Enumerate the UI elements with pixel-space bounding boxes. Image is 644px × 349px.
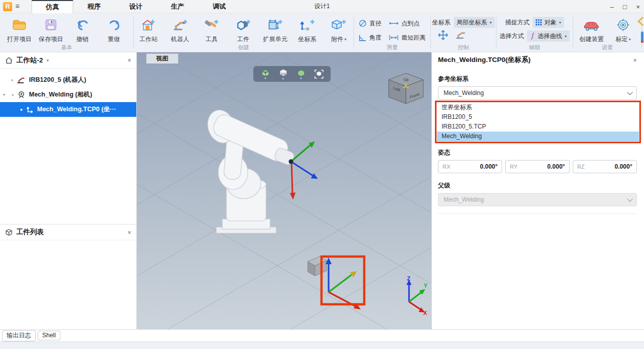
save-project-button[interactable]: 保存项目 <box>35 14 67 44</box>
measure-angle-button[interactable]: 角度 <box>359 31 382 44</box>
render-mode-shaded-button[interactable]: ▾ <box>294 67 309 81</box>
world-frame-gizmo[interactable] <box>326 258 361 309</box>
coord-system-label: 坐标系 <box>432 18 451 27</box>
render-mode-wireframe-button[interactable]: ▾ <box>258 67 273 81</box>
option-irb1200-5[interactable]: IRB1200_5 <box>437 112 639 122</box>
zoom-fit-button[interactable] <box>311 67 327 81</box>
tab-design[interactable]: 设计 <box>115 0 157 13</box>
calibrate-button[interactable]: 标定▾ <box>607 14 639 44</box>
chevron-down-icon[interactable]: ▾ <box>47 58 49 63</box>
menu-tabs: 仿真 程序 设计 生产 调试 <box>32 0 240 13</box>
create-workpiece-button[interactable]: 工件 <box>227 14 259 44</box>
create-device-button[interactable]: 创建装置 <box>576 14 607 44</box>
chevron-down-icon[interactable]: ▾ <box>629 37 631 42</box>
rx-field[interactable]: RX 0.000° <box>438 160 502 173</box>
parent-dropdown[interactable]: Mech_Welding <box>438 193 637 206</box>
create-tool-button[interactable]: 工具 <box>196 14 227 44</box>
tab-production[interactable]: 生产 <box>157 0 198 13</box>
minimize-button[interactable]: – <box>610 3 613 11</box>
nav-axes-triad: Z Y X <box>395 275 427 315</box>
partial-blue-tool-icon <box>640 30 644 44</box>
snap-mode-dropdown[interactable]: 对象 ▾ <box>533 17 564 28</box>
app-logo[interactable]: R <box>3 2 12 11</box>
frame-node-icon <box>26 106 34 113</box>
diameter-icon <box>359 19 367 27</box>
camera-object[interactable] <box>308 257 327 276</box>
create-robot-button[interactable]: 机器人 <box>164 14 196 44</box>
shell-tab[interactable]: Shell <box>38 331 61 340</box>
create-attachment-button[interactable]: 附件▾ <box>323 14 355 44</box>
station-close-button[interactable]: × <box>127 56 131 64</box>
option-mech-welding[interactable]: Mech_Welding <box>437 132 639 141</box>
parent-label: 父级 <box>438 181 637 190</box>
calibrate-label: 标定 <box>616 35 628 44</box>
chevron-down-icon: ▾ <box>490 20 492 25</box>
hexagon-workpiece-icon <box>235 16 252 34</box>
folder-icon <box>12 16 26 34</box>
application-window: R ≡ 仿真 程序 设计 生产 调试 设计1 – □ × 打开项目 <box>0 0 644 349</box>
tree-item-camera[interactable]: ▾ Mech_Welding (相机) <box>0 87 136 102</box>
move-tool-icon[interactable] <box>438 30 448 40</box>
redo-arrow-icon <box>107 16 121 34</box>
create-workstation-button[interactable]: 工作站 <box>133 14 164 44</box>
chevron-down-icon[interactable]: ▾ <box>344 37 346 42</box>
option-irb1200-5-tcp[interactable]: IRB1200_5.TCP <box>437 122 639 132</box>
coord-system-dropdown[interactable]: 局部坐标系 ▾ <box>454 17 495 28</box>
car-device-icon <box>582 16 601 34</box>
titlebar: R ≡ 仿真 程序 设计 生产 调试 设计1 – □ × <box>0 0 644 13</box>
redo-button[interactable]: 重做 <box>98 14 130 44</box>
attachment-label: 附件 <box>331 35 343 44</box>
viewport-tab[interactable]: 视图 <box>146 53 179 64</box>
panel-divider <box>438 213 637 214</box>
bottom-tab-bar: 输出日志 Shell <box>0 329 644 341</box>
open-project-button[interactable]: 打开项目 <box>4 14 35 44</box>
panel-close-button[interactable]: × <box>633 56 637 64</box>
expander-chevron-icon[interactable]: ▾ <box>3 92 8 97</box>
ry-field[interactable]: RY 0.000° <box>505 160 569 173</box>
tab-program[interactable]: 程序 <box>73 0 115 13</box>
workpiece-list-close-button[interactable]: × <box>127 229 131 236</box>
shortest-distance-icon <box>389 35 399 41</box>
reference-frame-dropdown[interactable]: Mech_Welding <box>438 86 637 100</box>
maximize-button[interactable]: □ <box>623 3 627 11</box>
output-log-tab[interactable]: 输出日志 <box>2 330 36 341</box>
tcp-frame-gizmo[interactable] <box>289 141 318 200</box>
properties-panel: Mech_Welding.TCP0(坐标系) × 参考坐标系 Mech_Weld… <box>431 52 644 329</box>
floppy-disk-icon <box>45 16 57 34</box>
hamburger-menu-icon[interactable]: ≡ <box>15 2 19 10</box>
tree-item-robot[interactable]: IRB1200_5 (机器人) <box>0 73 136 87</box>
station-title: 工作站-2 <box>16 56 43 65</box>
measure-shortest-distance-button[interactable]: 最短距离 <box>389 31 426 44</box>
create-coordinate-frame-button[interactable]: 坐标系 <box>291 14 323 44</box>
workpiece-list-title: 工件列表 <box>16 228 44 237</box>
close-button[interactable]: × <box>636 3 640 11</box>
workpiece-list-header[interactable]: 工件列表 × <box>0 224 136 240</box>
tab-simulation[interactable]: 仿真 <box>32 0 73 13</box>
reference-frame-options: 世界坐标系 IRB1200_5 IRB1200_5.TCP Mech_Weldi… <box>436 102 639 142</box>
reference-frame-label: 参考坐标系 <box>438 75 637 83</box>
grid-snap-icon <box>536 19 542 25</box>
panel-title: Mech_Welding.TCP0(坐标系) <box>438 55 531 65</box>
render-mode-solid-button[interactable]: Solid ▾ <box>276 67 291 81</box>
tab-debug[interactable]: 调试 <box>198 0 240 13</box>
select-mode-dropdown[interactable]: 选择曲线 ▾ <box>527 30 570 42</box>
robot-model[interactable] <box>203 107 295 233</box>
chevron-down-icon: ▾ <box>282 78 284 80</box>
measure-point-to-point-button[interactable]: 点到点 <box>389 17 426 29</box>
point-to-point-icon <box>389 21 399 26</box>
tree-item-tcp0[interactable]: Mech_Welding.TCP0 (坐··· <box>0 102 136 117</box>
option-world-frame[interactable]: 世界坐标系 <box>437 103 639 112</box>
hammer-icon <box>203 16 220 34</box>
undo-button[interactable]: 撤销 <box>67 14 98 44</box>
rz-field[interactable]: RZ 0.000° <box>573 160 637 173</box>
chevron-down-icon: ▾ <box>300 77 302 79</box>
view-cube[interactable]: Up Left Front <box>387 71 425 107</box>
robot-jog-icon[interactable] <box>455 30 466 40</box>
calibrate-target-icon <box>616 16 630 34</box>
measure-diameter-button[interactable]: 直径 <box>359 17 382 29</box>
viewport-3d[interactable]: 视图 ▾ Solid ▾ ▾ Up Left <box>137 52 431 329</box>
ribbon-overflow-area <box>642 13 644 52</box>
group-label-create: 创建 <box>238 44 249 52</box>
tree-bullet <box>11 79 13 81</box>
create-extension-unit-button[interactable]: 扩展单元 <box>259 14 291 44</box>
